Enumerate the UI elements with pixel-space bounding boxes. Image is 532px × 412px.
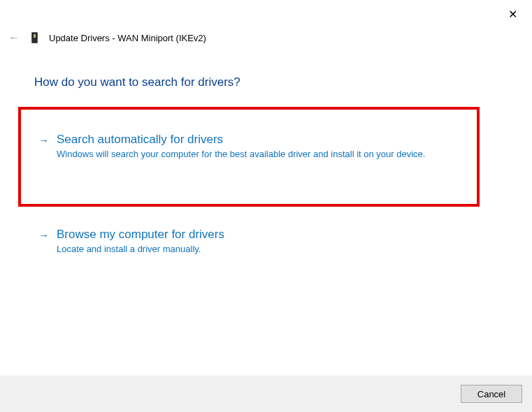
page-heading: How do you want to search for drivers?	[34, 75, 240, 89]
back-arrow-icon[interactable]: ←	[8, 31, 20, 44]
option-title: Browse my computer for drivers	[57, 228, 474, 242]
option-description: Windows will search your computer for th…	[57, 148, 448, 161]
option-title: Search automatically for drivers	[57, 133, 474, 147]
arrow-right-icon: →	[38, 229, 49, 241]
option-search-automatically[interactable]: → Search automatically for drivers Windo…	[34, 130, 491, 163]
option-description: Locate and install a driver manually.	[57, 243, 448, 256]
cancel-button[interactable]: Cancel	[461, 385, 522, 403]
wizard-header: ← Update Drivers - WAN Miniport (IKEv2)	[8, 31, 206, 44]
device-icon	[31, 32, 38, 43]
option-browse-computer[interactable]: → Browse my computer for drivers Locate …	[34, 225, 491, 258]
close-button[interactable]: ✕	[505, 7, 519, 21]
arrow-right-icon: →	[38, 134, 49, 146]
close-icon: ✕	[508, 8, 517, 21]
footer-bar: Cancel	[0, 376, 532, 412]
wizard-title: Update Drivers - WAN Miniport (IKEv2)	[49, 33, 206, 43]
